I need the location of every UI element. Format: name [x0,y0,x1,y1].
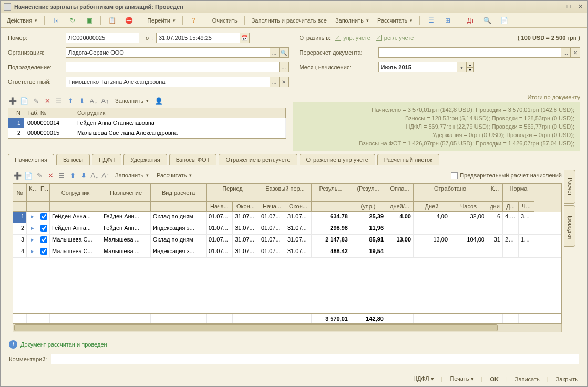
tab-ndfl[interactable]: НДФЛ [92,154,121,165]
tb-icon-6[interactable]: ☰ [424,15,438,26]
sort-desc-icon[interactable]: A↑ [100,96,110,106]
date-picker-button[interactable]: 📅 [240,33,250,43]
org-select-button[interactable]: ... [270,47,280,58]
save-button[interactable]: Записать [512,374,543,384]
tab-fot[interactable]: Взносы ФОТ [169,154,217,165]
resp-clear-button[interactable]: ✕ [280,77,289,87]
tab-contributions[interactable]: Взносы [56,154,90,165]
grid-row[interactable]: 3▸Малышева С...Малышева ...Оклад по дням… [13,235,561,246]
g-move-icon[interactable]: ☰ [57,171,66,180]
tb-icon-10[interactable]: 📄 [497,15,511,26]
row-checkbox[interactable] [40,236,47,243]
recalc-select-button[interactable]: ... [561,47,571,58]
recalc-clear-button[interactable]: ✕ [571,47,580,58]
recalc-input[interactable] [378,47,562,58]
month-up[interactable]: ▲ [467,62,474,67]
add-icon[interactable]: ➕ [8,96,17,106]
person-icon[interactable]: 👤 [154,96,163,106]
col-tab[interactable]: Таб. № [24,108,74,118]
tb-icon-1[interactable]: ⎘ [48,15,63,26]
preliminary-checkbox[interactable] [451,172,458,179]
row-checkbox[interactable] [40,225,47,232]
date-input[interactable]: 31.07.2015 15:49:25 [156,33,240,43]
upr-checkbox[interactable]: ✓упр. учете [335,35,370,41]
org-label: Организация: [8,49,66,56]
close-button[interactable]: ✕ [576,3,584,10]
fillcalc-button[interactable]: Заполнить и рассчитать все [249,15,330,26]
emp-fill-menu[interactable]: Заполнить [112,95,152,107]
employee-row[interactable]: 20000000015Малышева Светлана Александров… [8,128,286,138]
move-icon[interactable]: ☰ [54,96,64,106]
g-sort-asc-icon[interactable]: A↓ [90,171,99,180]
tb-icon-3[interactable]: ▣ [82,15,97,26]
minimize-button[interactable]: _ [553,3,561,10]
dept-select-button[interactable]: ... [280,62,289,72]
month-dropdown[interactable]: ▾ [457,62,467,72]
tb-icon-4[interactable]: 📋 [105,15,119,26]
ok-button[interactable]: OK [487,374,502,384]
help-icon[interactable]: ? [187,15,201,26]
grid-row[interactable]: 1▸Гейден Анна...Гейден Анн...Оклад по дн… [13,212,561,223]
g-delete-icon[interactable]: ✕ [46,171,55,180]
g-edit-icon[interactable]: ✎ [35,171,44,180]
grid-row[interactable]: 2▸Гейден Анна...Гейден Анн...Индексация … [13,223,561,235]
actions-menu[interactable]: Действия [4,15,40,26]
row-checkbox[interactable] [40,248,47,255]
number-label: Номер: [8,35,66,41]
tb-icon-9[interactable]: 🔍 [480,15,494,26]
side-tab-calc[interactable]: Расчет [564,170,575,204]
col-n[interactable]: N [8,108,24,118]
delete-icon[interactable]: ✕ [43,96,52,106]
month-label: Месяц начисления: [300,64,378,70]
tb-icon-7[interactable]: ⊞ [440,15,455,26]
down-icon[interactable]: ⬇ [77,96,87,106]
g-up-icon[interactable]: ⬆ [68,171,77,180]
org-search-button[interactable]: 🔍 [280,47,289,58]
g-copy-icon[interactable]: 📄 [24,171,33,180]
copy-icon[interactable]: 📄 [19,96,29,106]
g-down-icon[interactable]: ⬇ [79,171,88,180]
goto-menu[interactable]: Перейти [144,15,179,26]
col-emp[interactable]: Сотрудник [74,108,286,118]
tb-icon-2[interactable]: ↻ [65,15,80,26]
ndfl-button[interactable]: НДФЛ ▾ [410,374,437,384]
dept-input[interactable] [66,62,280,72]
tab-payslip[interactable]: Расчетный листок [377,154,439,165]
tb-icon-5[interactable]: ⛔ [121,15,136,26]
tabs: Начисления Взносы НДФЛ Удержания Взносы … [8,153,580,165]
up-icon[interactable]: ⬆ [66,96,75,106]
resp-input[interactable]: Тимошенко Татьяна Александровна [66,77,270,87]
row-checkbox[interactable] [40,213,47,220]
close-button[interactable]: Закрыть [553,374,581,384]
tab-accruals[interactable]: Начисления [8,154,54,165]
print-button[interactable]: Печать ▾ [447,374,477,384]
tb-icon-8[interactable]: Дт [463,15,478,26]
side-tab-entries[interactable]: Проводки [564,205,575,247]
horizontal-scrollbar[interactable] [13,324,562,332]
resp-select-button[interactable]: ... [270,77,280,87]
number-input[interactable]: ЛС000000025 [66,33,139,43]
info-icon: i [9,340,17,349]
month-input[interactable]: Июль 2015 [378,62,457,72]
maximize-button[interactable]: □ [564,3,573,10]
grid-fill-menu[interactable]: Заполнить [112,170,152,181]
clear-button[interactable]: Очистить [209,15,241,26]
comment-input[interactable] [51,354,579,364]
sort-asc-icon[interactable]: A↓ [89,96,98,106]
org-input[interactable]: Ладога-Сервис ООО [66,47,270,58]
regl-checkbox[interactable]: ✓регл. учете [376,35,414,41]
tab-regl[interactable]: Отражение в регл.учете [219,154,297,165]
month-down[interactable]: ▼ [467,67,474,72]
calc-menu[interactable]: Рассчитать [374,15,416,26]
grid-row[interactable]: 4▸Малышева С...Малышева ...Индексация з.… [13,246,561,258]
edit-icon[interactable]: ✎ [31,96,40,106]
fill-menu[interactable]: Заполнить [332,15,372,26]
comment-label: Комментарий: [9,356,47,362]
data-grid: № К... П... Сотрудник Назначение Вид рас… [13,183,562,324]
tab-deductions[interactable]: Удержания [123,154,167,165]
employee-row[interactable]: 10000000014Гейден Анна Станиславовна [8,118,286,128]
g-sort-desc-icon[interactable]: A↑ [101,171,110,180]
tab-upr[interactable]: Отражение в упр учете [300,154,375,165]
grid-calc-menu[interactable]: Рассчитать [153,170,195,181]
g-add-icon[interactable]: ➕ [13,171,22,180]
